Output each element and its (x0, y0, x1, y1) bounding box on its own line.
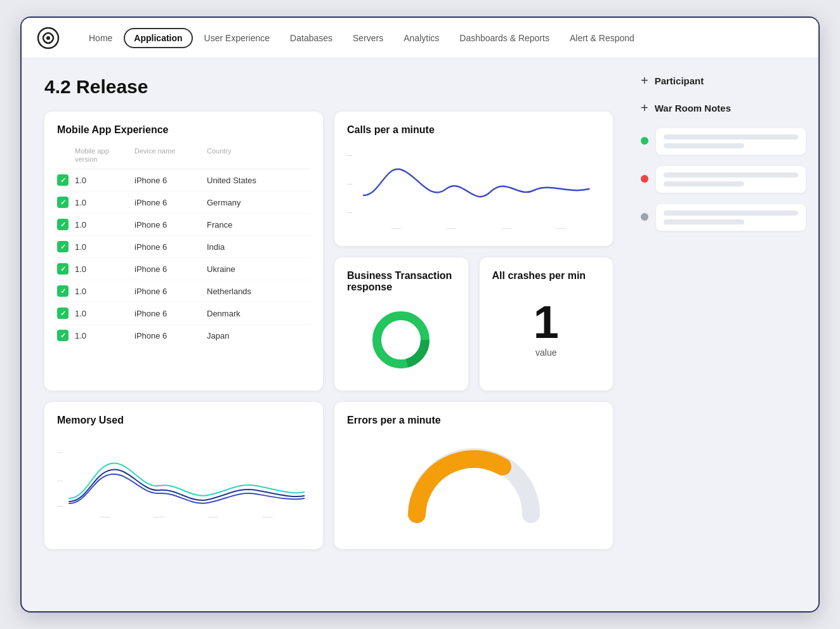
table-row: 1.0 iPhone 6 Japan (57, 325, 310, 346)
cell-country: Japan (207, 331, 283, 340)
col-country: Country (207, 147, 283, 164)
right-column: Calls per a minute — — — —— —— —— (334, 112, 613, 391)
plus-icon: + (641, 74, 648, 88)
calls-card: Calls per a minute — — — —— —— —— (334, 112, 613, 246)
cell-device: iPhone 6 (135, 264, 204, 274)
main-content: 4.2 Release Mobile App Experience Mobile… (22, 58, 818, 611)
cell-version: 1.0 (75, 242, 132, 252)
nav-application[interactable]: Application (124, 28, 192, 48)
note-line-1 (664, 134, 798, 139)
note-dot-red (641, 175, 648, 183)
note-line-5 (664, 211, 798, 216)
cell-version: 1.0 (75, 220, 132, 230)
cell-device: iPhone 6 (135, 287, 204, 296)
table-row: 1.0 iPhone 6 India (57, 236, 310, 258)
memory-title: Memory Used (57, 415, 310, 426)
check-icon (57, 241, 69, 252)
note-line-4 (664, 181, 744, 186)
table-row: 1.0 iPhone 6 Denmark (57, 302, 310, 325)
cell-device: iPhone 6 (135, 198, 204, 207)
nav-servers[interactable]: Servers (344, 28, 392, 48)
crashes-value-container: 1 value (492, 290, 601, 366)
add-participant-button[interactable]: + Participant (641, 74, 806, 88)
page-title: 4.2 Release (44, 76, 613, 98)
nav-bar: Home Application User Experience Databas… (22, 18, 818, 58)
cell-device: iPhone 6 (135, 220, 204, 230)
donut-chart (347, 302, 456, 378)
cell-version: 1.0 (75, 331, 132, 340)
calls-chart: — — — —— —— —— —— (347, 145, 600, 233)
svg-text:—: — (57, 503, 63, 509)
svg-text:—: — (57, 449, 63, 455)
table-row: 1.0 iPhone 6 United States (57, 169, 310, 191)
cell-country: France (207, 220, 283, 230)
crashes-number: 1 (534, 299, 559, 345)
calls-title: Calls per a minute (347, 124, 600, 136)
svg-text:——: —— (208, 514, 219, 520)
nav-home[interactable]: Home (80, 28, 121, 48)
table-row: 1.0 iPhone 6 Ukraine (57, 258, 310, 280)
svg-text:——: —— (391, 224, 401, 231)
sidebar: + Participant + War Room Notes (628, 58, 818, 611)
note-line-6 (664, 219, 744, 224)
cell-device: iPhone 6 (135, 176, 204, 185)
nav-items: Home Application User Experience Databas… (80, 28, 643, 48)
svg-text:—: — (347, 152, 353, 159)
nav-dashboards[interactable]: Dashboards & Reports (450, 28, 558, 48)
note-dot-gray (641, 213, 648, 221)
check-icon (57, 174, 69, 186)
nav-alert-respond[interactable]: Alert & Respond (561, 28, 643, 48)
nav-analytics[interactable]: Analytics (395, 28, 448, 48)
add-war-room-button[interactable]: + War Room Notes (641, 101, 806, 115)
col-device: Device name (135, 147, 204, 164)
top-grid: Mobile App Experience Mobile appversion … (44, 112, 613, 391)
business-transaction-card: Business Transaction response (334, 257, 468, 391)
svg-text:——: —— (556, 224, 567, 231)
check-icon (57, 285, 69, 297)
nav-databases[interactable]: Databases (281, 28, 341, 48)
svg-text:——: —— (154, 514, 164, 520)
cell-version: 1.0 (75, 198, 132, 207)
gauge-chart (347, 435, 600, 536)
plus-icon-2: + (641, 101, 648, 115)
app-frame: Home Application User Experience Databas… (20, 16, 820, 613)
note-line-3 (664, 172, 798, 178)
cell-country: Denmark (207, 309, 283, 318)
bottom-grid: Memory Used — — — —— —— —— —— (44, 402, 613, 549)
svg-text:——: —— (501, 224, 511, 231)
svg-text:—: — (347, 180, 353, 187)
svg-point-1 (46, 36, 50, 40)
cell-device: iPhone 6 (135, 309, 204, 318)
svg-point-11 (386, 325, 416, 355)
war-room-notes-list (641, 128, 806, 231)
mobile-app-card: Mobile App Experience Mobile appversion … (44, 112, 323, 391)
app-logo[interactable] (37, 27, 60, 49)
table-row: 1.0 iPhone 6 Germany (57, 191, 310, 214)
metrics-grid: Business Transaction response (334, 257, 613, 391)
cell-version: 1.0 (75, 264, 132, 274)
table-row: 1.0 iPhone 6 Netherlands (57, 280, 310, 302)
cell-version: 1.0 (75, 176, 132, 185)
note-dot-green (641, 137, 648, 145)
crashes-title: All crashes per min (492, 270, 601, 282)
col-version: Mobile appversion (75, 147, 132, 164)
note-content-red (656, 166, 806, 193)
svg-text:——: —— (262, 514, 273, 520)
table-row: 1.0 iPhone 6 France (57, 214, 310, 236)
note-item-green (641, 128, 806, 155)
cell-country: Netherlands (207, 287, 283, 296)
note-item-gray (641, 204, 806, 231)
svg-text:—: — (57, 477, 63, 484)
cell-country: Ukraine (207, 264, 283, 274)
mobile-app-title: Mobile App Experience (57, 124, 310, 136)
svg-text:——: —— (100, 514, 110, 520)
note-line-2 (664, 143, 744, 148)
svg-text:—: — (347, 209, 353, 216)
nav-user-experience[interactable]: User Experience (195, 28, 279, 48)
dashboard-area: 4.2 Release Mobile App Experience Mobile… (22, 58, 628, 611)
participant-label: Participant (655, 75, 704, 86)
biz-transaction-title: Business Transaction response (347, 270, 456, 293)
cell-version: 1.0 (75, 287, 132, 296)
note-content-green (656, 128, 806, 155)
cell-version: 1.0 (75, 309, 132, 318)
